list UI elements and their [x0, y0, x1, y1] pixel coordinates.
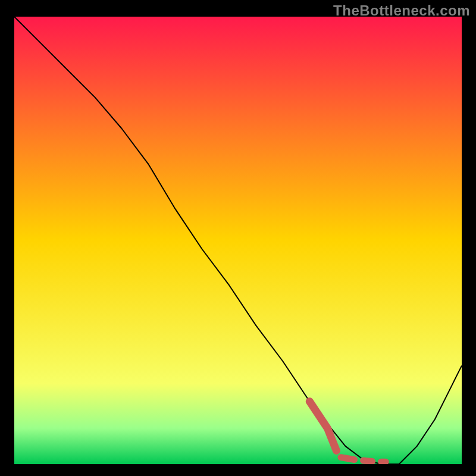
highlight-seg-2: [364, 461, 372, 462]
chart-frame: TheBottleneck.com: [0, 0, 476, 476]
plot-svg: [14, 17, 462, 464]
highlight-seg-1: [341, 458, 355, 460]
plot-area: [14, 17, 462, 464]
